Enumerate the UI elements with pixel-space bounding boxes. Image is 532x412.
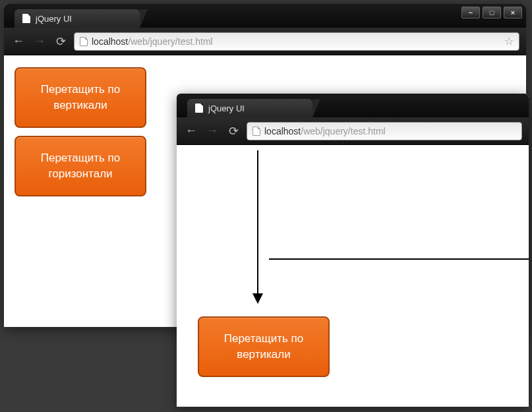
- browser-tab[interactable]: jQuery UI: [187, 99, 312, 117]
- file-icon: [22, 14, 30, 23]
- file-icon: [195, 103, 203, 113]
- navbar: ← → ⟳ localhost/web/jquery/test.html ☆: [4, 28, 526, 55]
- forward-icon[interactable]: →: [204, 124, 220, 138]
- draggable-label: Перетащить по вертикали: [199, 331, 328, 363]
- url-host: localhost: [264, 126, 301, 136]
- draggable-vertical[interactable]: Перетащить по вертикали: [15, 67, 146, 128]
- address-bar[interactable]: localhost/web/jquery/test.html: [247, 122, 522, 140]
- url-text: localhost/web/jquery/test.html: [264, 126, 386, 136]
- reload-icon[interactable]: ⟳: [53, 34, 69, 49]
- browser-window-2: jQuery UI ← → ⟳ localhost/web/jquery/tes…: [177, 94, 529, 407]
- minimize-button[interactable]: −: [461, 7, 480, 18]
- draggable-vertical[interactable]: Перетащить по вертикали: [198, 316, 330, 377]
- page-icon: [252, 127, 260, 136]
- vertical-arrow-icon: [252, 150, 263, 304]
- horizontal-line-icon: [269, 258, 529, 260]
- address-bar[interactable]: localhost/web/jquery/test.html ☆: [74, 32, 519, 51]
- url-path: /web/jquery/test.html: [301, 126, 385, 136]
- titlebar[interactable]: jQuery UI − □ ×: [4, 4, 526, 28]
- reload-icon[interactable]: ⟳: [225, 124, 241, 138]
- tab-title: jQuery UI: [208, 103, 245, 113]
- maximize-button[interactable]: □: [483, 7, 501, 18]
- window-controls: − □ ×: [461, 7, 522, 18]
- url-path: /web/jquery/test.html: [128, 36, 212, 47]
- draggable-label: Перетащить по горизонтали: [16, 150, 145, 182]
- browser-tab[interactable]: jQuery UI: [15, 9, 140, 28]
- back-icon[interactable]: ←: [183, 124, 199, 138]
- draggable-horizontal[interactable]: Перетащить по горизонтали: [15, 136, 146, 196]
- close-button[interactable]: ×: [504, 7, 522, 18]
- page-icon: [80, 37, 88, 46]
- back-icon[interactable]: ←: [11, 34, 26, 48]
- titlebar[interactable]: jQuery UI: [177, 94, 529, 117]
- draggable-label: Перетащить по вертикали: [16, 82, 145, 113]
- forward-icon[interactable]: →: [32, 34, 47, 48]
- bookmark-star-icon[interactable]: ☆: [504, 35, 514, 47]
- navbar: ← → ⟳ localhost/web/jquery/test.html: [177, 117, 529, 145]
- page-content: Перетащить по вертикали: [177, 145, 529, 407]
- url-host: localhost: [92, 36, 128, 47]
- url-text: localhost/web/jquery/test.html: [92, 36, 213, 47]
- tab-title: jQuery UI: [36, 14, 72, 24]
